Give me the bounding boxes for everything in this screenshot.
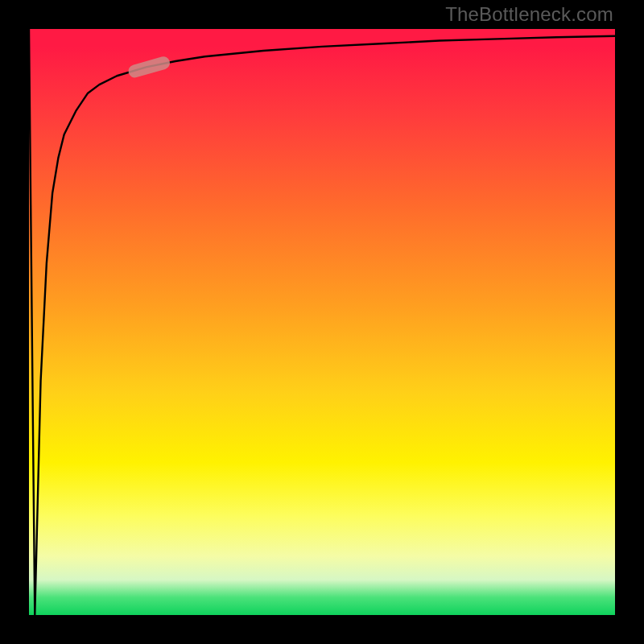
watermark-text: TheBottleneck.com bbox=[445, 3, 613, 26]
gradient-background bbox=[29, 29, 615, 615]
chart-frame bbox=[29, 29, 615, 615]
